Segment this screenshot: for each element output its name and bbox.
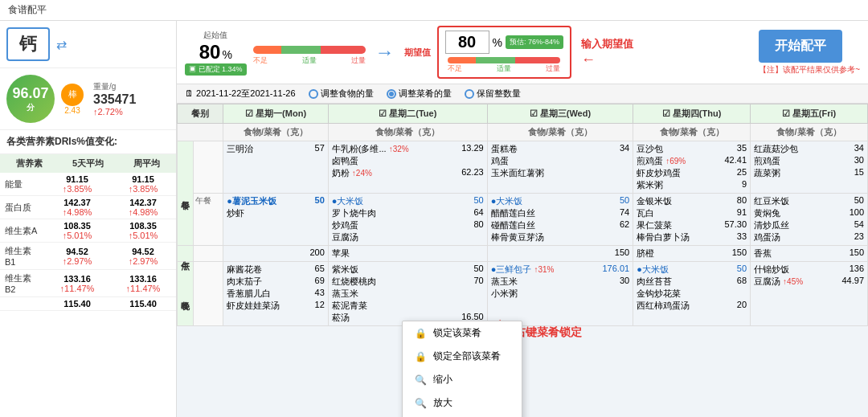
note-text: 【注】该配平结果仅供参考~ [759,64,860,76]
nutrient-rows: 能量 91.15 ↑3.85% 91.15 ↑3.85% 蛋白质 142.37 … [0,173,176,311]
list-item: 罗卜烧牛肉 64 [332,207,484,219]
snack-fri: 香蕉 150 [751,246,868,262]
radio-food-dot [309,89,318,99]
bar-section: 不足 适量 过量 [253,39,366,66]
list-item: 西红柿鸡蛋汤 20 [637,300,747,312]
expect-value-box: % 预估: 76%-84% 不足 适量 过量 [437,26,571,79]
nut-col-week: 周平均 [117,154,176,173]
meal-table: 餐别 ☑ 星期一(Mon) ☑ 星期二(Tue) ☑ 星期三(Wed) ☑ 星期… [177,104,868,326]
list-item: 炒虾 [227,207,324,219]
score-area: 96.07 分 棒 2.43 重量/g 335471 ↑2.72% [0,68,176,130]
snack-label: 午点 [178,246,194,262]
dinner-tue: 紫米饭 50 红烧樱桃肉 70 蒸玉米 菘泥青菜 菘汤 16.50 [328,262,487,326]
bar-insuf-label: 不足 [253,55,268,66]
list-item: 黄焖兔 100 [754,207,864,219]
expect-range-badge: 预估: 76%-84% [506,35,563,49]
radio-keep-count[interactable]: 保留整数量 [465,88,521,100]
bar-ok [281,46,321,54]
bar-over-label: 过量 [351,55,366,66]
swap-icon[interactable]: ⇄ [56,37,67,52]
lunch-tue: ●大米饭 50 罗卜烧牛肉 64 炒鸡蛋 80 豆腐汤 [328,194,487,246]
expect-value-input[interactable] [445,31,489,54]
list-item: 鸡蛋汤 23 [754,231,864,243]
start-value-section: 起始值 80 % ▣ 已配定 1.34% [185,30,247,76]
sub-controls: 🗓 2021-11-22至2021-11-26 调整食物的量 调整菜肴的量 保留… [177,84,868,104]
ctx-lock-all[interactable]: 🔒 锁定全部该菜肴 [403,345,522,368]
list-item: 清炒瓜丝 54 [754,219,864,231]
list-item: 豆腐汤 [332,231,484,243]
list-item: 卤鸭蛋 [332,155,484,167]
col-header-meal: 餐别 [178,104,223,124]
breakfast-tue: 牛乳粉(多维... 13.29 ↑32% 卤鸭蛋 奶粉 62.23 ↑24% [328,141,487,194]
list-item: 蛋糕卷 34 [491,143,629,155]
ctx-zoom-in[interactable]: 🔍 放大 [403,391,522,415]
breakfast-label: 早餐 [178,141,194,246]
list-item: 蔬菜粥 15 [754,167,864,179]
badge-num: 2.43 [64,106,80,115]
list-item: 牛乳粉(多维... 13.29 ↑32% [332,143,484,155]
nutrients-title: 各类营养素DRIs%值变化: [0,130,176,154]
nutrient-row-last: 115.40 115.40 [0,297,176,311]
col-header-wed: ☑ 星期三(Wed) [487,104,633,124]
lock-icon: 🔒 [414,327,427,340]
list-item: 果仁菠菜 57.30 [637,219,747,231]
date-range: 🗓 2021-11-22至2021-11-26 [185,88,296,100]
radio-dish-qty[interactable]: 调整菜肴的量 [387,88,452,100]
list-item: ●薯泥玉米饭 50 [227,195,324,207]
snack-row: 午点 200 苹果 150 脐橙 150 香蕉 150 [178,246,868,262]
dinner-fri: 什锦炒饭 136 豆腐汤 44.97 ↑45% [751,262,868,326]
list-item: 金银米饭 80 [637,195,747,207]
nutrient-row-energy: 能量 91.15 ↑3.85% 91.15 ↑3.85% [0,173,176,196]
ctx-lock-dish[interactable]: 🔒 锁定该菜肴 [403,321,522,345]
nutrients-header: 营养素 5天平均 周平均 [0,154,176,173]
list-item: 三明治 57 [227,143,324,155]
list-item: 虾皮娃娃菜汤 12 [227,300,324,312]
list-item: 豆腐汤 44.97 ↑45% [754,276,864,288]
list-item: ●三鲜包子 176.01 ↑31% [491,264,629,276]
breakfast-row: 早餐 三明治 57 牛乳粉(多维... 13.29 ↑32% 卤鸭蛋 奶粉 62… [178,141,868,194]
col-sub-thu: 食物/菜肴（克） [633,124,751,141]
list-item: 小米粥 [491,288,629,300]
nutrient-row-vitb2: 维生素B2 133.16 ↑11.47% 133.16 ↑11.47% [0,270,176,297]
nutrient-row-vita: 维生素A 108.35 ↑5.01% 108.35 ↑5.01% [0,219,176,243]
breakfast-thu: 豆沙包 35 煎鸡蛋 42.41 ↑69% 虾皮炒鸡蛋 25 紫米粥 9 [633,141,751,194]
start-button[interactable]: 开始配平 [759,30,842,63]
list-item: 虾皮炒鸡蛋 25 [637,167,747,179]
weight-value: 335471 [93,92,136,107]
weight-info: 重量/g 335471 ↑2.72% [93,81,136,117]
col-sub-tue: 食物/菜肴（克） [328,124,487,141]
bar-ok-label: 适量 [302,55,317,66]
list-item: 红烧樱桃肉 70 [332,276,484,288]
list-item: 红豆米饭 50 [754,195,864,207]
list-item: 醋醋莲白丝 74 [491,207,629,219]
snack-mon: 200 [223,246,328,262]
snack-wed: 150 [487,246,633,262]
radio-keep-dot [465,89,474,99]
zoom-in-icon: 🔍 [414,397,427,410]
list-item: 香葱腊儿白 43 [227,288,324,300]
progress-bar [253,46,366,54]
expect-label: 期望值 [404,47,431,59]
col-header-tue: ☑ 星期二(Tue) [328,104,487,124]
context-menu: 🔒 锁定该菜肴 🔒 锁定全部该菜肴 🔍 缩小 🔍 放大 🔍 实际大 [402,321,522,417]
calcium-label: 钙 [6,27,50,61]
lunch-thu: 金银米饭 80 瓦白 91 果仁菠菜 57.30 棒骨白萝卜汤 33 [633,194,751,246]
list-item: 肉丝苔苔 68 [637,276,747,288]
list-item: 肉末茄子 69 [227,276,324,288]
dinner-wed: ●三鲜包子 176.01 ↑31% 蒸玉米 30 小米粥 [487,262,633,326]
list-item: 蒸玉米 30 [491,276,629,288]
col-sub-mon: 食物/菜肴（克） [223,124,328,141]
zoom-out-icon: 🔍 [414,374,427,386]
right-click-annotation: 右键菜肴锁定 [514,325,582,340]
ctx-zoom-out[interactable]: 🔍 缩小 [403,368,522,391]
radio-dish-dot [387,89,396,99]
nut-col-5day: 5天平均 [59,154,117,173]
radio-food-qty[interactable]: 调整食物的量 [309,88,374,100]
sidebar: 钙 ⇄ 96.07 分 棒 2.43 重量/g 335471 ↑2.72% 各类… [0,21,177,417]
dinner-label: 晚餐 [178,262,194,326]
lunch-row: 午餐 ●薯泥玉米饭 50 炒虾 ●大米饭 50 罗卜烧牛肉 64 炒鸡蛋 80 … [178,194,868,246]
score-badge: 棒 2.43 [61,84,84,115]
list-item: 什锦炒饭 136 [754,264,864,276]
snack-tue: 苹果 [328,246,487,262]
col-header-mon: ☑ 星期一(Mon) [223,104,328,124]
